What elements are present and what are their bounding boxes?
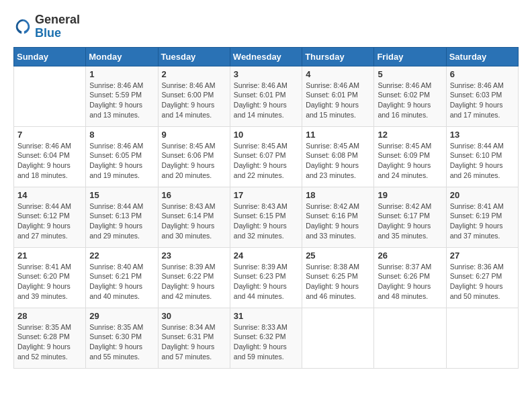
calendar-cell: 1Sunrise: 8:46 AMSunset: 5:59 PMDaylight…: [86, 66, 158, 126]
day-number: 10: [234, 130, 298, 140]
weekday-header-wednesday: Wednesday: [230, 47, 302, 66]
calendar-week-5: 28Sunrise: 8:35 AMSunset: 6:28 PMDayligh…: [14, 308, 519, 368]
calendar-cell: [302, 308, 374, 368]
day-detail: Sunrise: 8:45 AMSunset: 6:08 PMDaylight:…: [306, 141, 370, 181]
day-detail: Sunrise: 8:43 AMSunset: 6:14 PMDaylight:…: [162, 201, 226, 241]
calendar-cell: 21Sunrise: 8:41 AMSunset: 6:20 PMDayligh…: [14, 247, 86, 308]
calendar-week-3: 14Sunrise: 8:44 AMSunset: 6:12 PMDayligh…: [14, 187, 519, 247]
day-number: 2: [162, 69, 226, 79]
calendar-cell: 8Sunrise: 8:46 AMSunset: 6:05 PMDaylight…: [86, 126, 158, 187]
logo-icon: [13, 17, 32, 36]
day-number: 24: [234, 250, 298, 261]
calendar-cell: 7Sunrise: 8:46 AMSunset: 6:04 PMDaylight…: [14, 126, 86, 187]
calendar-cell: [14, 66, 86, 126]
day-number: 28: [17, 311, 82, 321]
day-detail: Sunrise: 8:40 AMSunset: 6:21 PMDaylight:…: [89, 262, 154, 302]
weekday-header-monday: Monday: [86, 47, 158, 66]
calendar-table: SundayMondayTuesdayWednesdayThursdayFrid…: [13, 47, 519, 369]
calendar-cell: 25Sunrise: 8:38 AMSunset: 6:25 PMDayligh…: [302, 247, 374, 308]
day-detail: Sunrise: 8:45 AMSunset: 6:07 PMDaylight:…: [234, 141, 298, 181]
day-detail: Sunrise: 8:46 AMSunset: 6:03 PMDaylight:…: [450, 81, 515, 120]
day-detail: Sunrise: 8:34 AMSunset: 6:31 PMDaylight:…: [162, 322, 226, 362]
day-detail: Sunrise: 8:36 AMSunset: 6:27 PMDaylight:…: [450, 262, 515, 302]
calendar-week-4: 21Sunrise: 8:41 AMSunset: 6:20 PMDayligh…: [14, 247, 519, 308]
weekday-header-saturday: Saturday: [446, 47, 518, 66]
calendar-cell: 18Sunrise: 8:42 AMSunset: 6:16 PMDayligh…: [302, 187, 374, 247]
calendar-cell: 9Sunrise: 8:45 AMSunset: 6:06 PMDaylight…: [158, 126, 230, 187]
day-number: 19: [378, 190, 442, 200]
weekday-header-tuesday: Tuesday: [158, 47, 230, 66]
day-number: 4: [306, 69, 370, 79]
day-number: 3: [234, 69, 298, 79]
calendar-cell: 20Sunrise: 8:41 AMSunset: 6:19 PMDayligh…: [446, 187, 518, 247]
day-detail: Sunrise: 8:38 AMSunset: 6:25 PMDaylight:…: [306, 262, 370, 302]
day-detail: Sunrise: 8:46 AMSunset: 5:59 PMDaylight:…: [89, 81, 154, 120]
calendar-cell: [446, 308, 518, 368]
calendar-cell: 4Sunrise: 8:46 AMSunset: 6:01 PMDaylight…: [302, 66, 374, 126]
calendar-body: 1Sunrise: 8:46 AMSunset: 5:59 PMDaylight…: [14, 66, 519, 368]
calendar-cell: [374, 308, 446, 368]
day-number: 12: [378, 130, 442, 140]
calendar-cell: 28Sunrise: 8:35 AMSunset: 6:28 PMDayligh…: [14, 308, 86, 368]
day-number: 30: [162, 311, 226, 321]
calendar-cell: 15Sunrise: 8:44 AMSunset: 6:13 PMDayligh…: [86, 187, 158, 247]
day-number: 9: [162, 130, 226, 140]
day-detail: Sunrise: 8:33 AMSunset: 6:32 PMDaylight:…: [234, 322, 298, 362]
day-detail: Sunrise: 8:35 AMSunset: 6:30 PMDaylight:…: [89, 322, 154, 362]
calendar-cell: 30Sunrise: 8:34 AMSunset: 6:31 PMDayligh…: [158, 308, 230, 368]
calendar-cell: 12Sunrise: 8:45 AMSunset: 6:09 PMDayligh…: [374, 126, 446, 187]
calendar-header: SundayMondayTuesdayWednesdayThursdayFrid…: [14, 47, 519, 66]
day-number: 18: [306, 190, 370, 200]
calendar-cell: 14Sunrise: 8:44 AMSunset: 6:12 PMDayligh…: [14, 187, 86, 247]
calendar-cell: 22Sunrise: 8:40 AMSunset: 6:21 PMDayligh…: [86, 247, 158, 308]
day-detail: Sunrise: 8:46 AMSunset: 6:04 PMDaylight:…: [17, 141, 82, 181]
calendar-cell: 5Sunrise: 8:46 AMSunset: 6:02 PMDaylight…: [374, 66, 446, 126]
day-number: 27: [450, 250, 515, 261]
weekday-header-friday: Friday: [374, 47, 446, 66]
day-detail: Sunrise: 8:41 AMSunset: 6:20 PMDaylight:…: [17, 262, 82, 302]
calendar-cell: 26Sunrise: 8:37 AMSunset: 6:26 PMDayligh…: [374, 247, 446, 308]
calendar-cell: 6Sunrise: 8:46 AMSunset: 6:03 PMDaylight…: [446, 66, 518, 126]
day-detail: Sunrise: 8:44 AMSunset: 6:12 PMDaylight:…: [17, 201, 82, 241]
day-number: 29: [89, 311, 154, 321]
day-number: 13: [450, 130, 515, 140]
day-number: 14: [17, 190, 82, 200]
day-number: 26: [378, 250, 442, 261]
day-detail: Sunrise: 8:45 AMSunset: 6:09 PMDaylight:…: [378, 141, 442, 181]
day-number: 31: [234, 311, 298, 321]
day-number: 23: [162, 250, 226, 261]
calendar-cell: 31Sunrise: 8:33 AMSunset: 6:32 PMDayligh…: [230, 308, 302, 368]
day-detail: Sunrise: 8:46 AMSunset: 6:01 PMDaylight:…: [306, 81, 370, 120]
day-detail: Sunrise: 8:43 AMSunset: 6:15 PMDaylight:…: [234, 201, 298, 241]
calendar-cell: 29Sunrise: 8:35 AMSunset: 6:30 PMDayligh…: [86, 308, 158, 368]
day-number: 15: [89, 190, 154, 200]
calendar-cell: 3Sunrise: 8:46 AMSunset: 6:01 PMDaylight…: [230, 66, 302, 126]
weekday-header-thursday: Thursday: [302, 47, 374, 66]
day-detail: Sunrise: 8:37 AMSunset: 6:26 PMDaylight:…: [378, 262, 442, 302]
day-detail: Sunrise: 8:39 AMSunset: 6:23 PMDaylight:…: [234, 262, 298, 302]
day-number: 8: [89, 130, 154, 140]
calendar-cell: 16Sunrise: 8:43 AMSunset: 6:14 PMDayligh…: [158, 187, 230, 247]
day-number: 17: [234, 190, 298, 200]
calendar-cell: 27Sunrise: 8:36 AMSunset: 6:27 PMDayligh…: [446, 247, 518, 308]
day-number: 20: [450, 190, 515, 200]
calendar-cell: 13Sunrise: 8:44 AMSunset: 6:10 PMDayligh…: [446, 126, 518, 187]
calendar-cell: 17Sunrise: 8:43 AMSunset: 6:15 PMDayligh…: [230, 187, 302, 247]
calendar-cell: 23Sunrise: 8:39 AMSunset: 6:22 PMDayligh…: [158, 247, 230, 308]
weekday-header-sunday: Sunday: [14, 47, 86, 66]
day-detail: Sunrise: 8:46 AMSunset: 6:00 PMDaylight:…: [162, 81, 226, 120]
day-number: 5: [378, 69, 442, 79]
day-detail: Sunrise: 8:39 AMSunset: 6:22 PMDaylight:…: [162, 262, 226, 302]
weekday-row: SundayMondayTuesdayWednesdayThursdayFrid…: [14, 47, 519, 66]
day-detail: Sunrise: 8:35 AMSunset: 6:28 PMDaylight:…: [17, 322, 82, 362]
day-detail: Sunrise: 8:42 AMSunset: 6:17 PMDaylight:…: [378, 201, 442, 241]
day-detail: Sunrise: 8:41 AMSunset: 6:19 PMDaylight:…: [450, 201, 515, 241]
calendar-cell: 10Sunrise: 8:45 AMSunset: 6:07 PMDayligh…: [230, 126, 302, 187]
day-number: 22: [89, 250, 154, 261]
day-detail: Sunrise: 8:46 AMSunset: 6:02 PMDaylight:…: [378, 81, 442, 120]
day-detail: Sunrise: 8:46 AMSunset: 6:05 PMDaylight:…: [89, 141, 154, 181]
day-number: 16: [162, 190, 226, 200]
day-number: 7: [17, 130, 82, 140]
calendar-cell: 19Sunrise: 8:42 AMSunset: 6:17 PMDayligh…: [374, 187, 446, 247]
day-detail: Sunrise: 8:44 AMSunset: 6:10 PMDaylight:…: [450, 141, 515, 181]
